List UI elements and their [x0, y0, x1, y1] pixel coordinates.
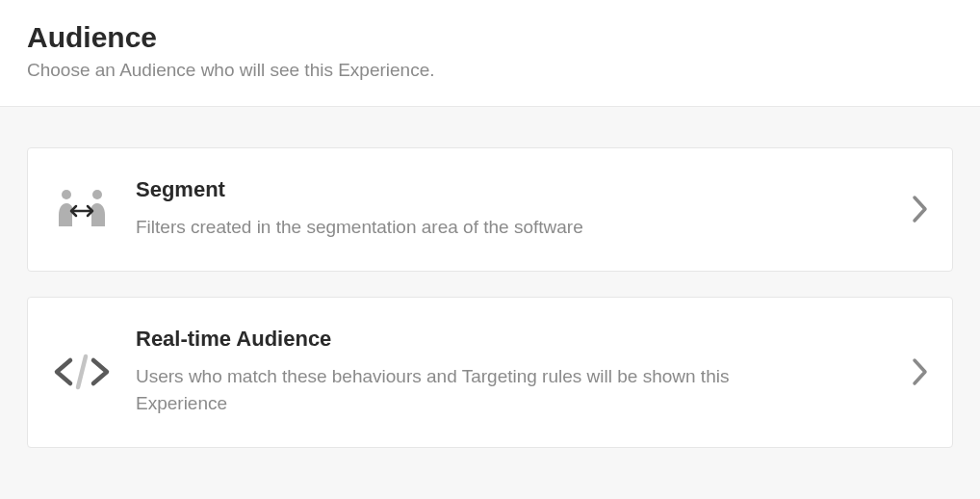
segment-card-title: Segment — [136, 177, 896, 202]
page-title: Audience — [27, 21, 953, 54]
segment-card[interactable]: Segment Filters created in the segmentat… — [27, 147, 953, 272]
content-area: Segment Filters created in the segmentat… — [0, 106, 980, 499]
chevron-right-icon — [912, 357, 929, 386]
svg-line-3 — [78, 356, 86, 387]
segment-card-description: Filters created in the segmentation area… — [136, 214, 752, 242]
realtime-audience-card[interactable]: Real-time Audience Users who match these… — [27, 297, 953, 448]
page-header: Audience Choose an Audience who will see… — [0, 0, 980, 106]
segment-card-body: Segment Filters created in the segmentat… — [136, 177, 896, 242]
realtime-audience-card-body: Real-time Audience Users who match these… — [136, 327, 896, 418]
svg-point-1 — [92, 190, 102, 199]
realtime-audience-card-description: Users who match these behaviours and Tar… — [136, 363, 752, 418]
chevron-right-icon — [912, 195, 929, 223]
segment-icon — [51, 178, 113, 240]
realtime-audience-card-title: Real-time Audience — [136, 327, 896, 352]
code-icon — [51, 341, 113, 403]
svg-point-0 — [62, 190, 71, 199]
page-subtitle: Choose an Audience who will see this Exp… — [27, 60, 953, 81]
